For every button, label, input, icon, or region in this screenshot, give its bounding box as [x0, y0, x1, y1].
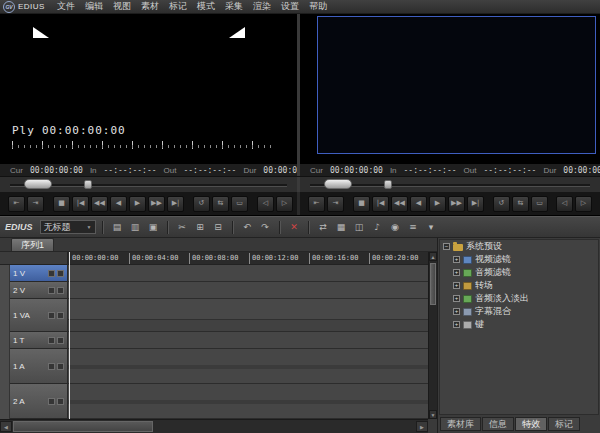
tab-marker[interactable]: 标记 [548, 417, 580, 431]
player-previous-edit-button[interactable]: |◀ [72, 196, 89, 212]
tab-effects[interactable]: 特效 [515, 417, 547, 431]
track-lock-button[interactable] [57, 312, 64, 319]
tab-sequence-1[interactable]: 序列1 [11, 238, 54, 251]
palette-item-audio-cross-fades[interactable]: + 音频淡入淡出 [440, 292, 598, 305]
scroll-right-icon[interactable]: ▶ [416, 421, 428, 432]
track-header-1v[interactable]: 1 V [10, 265, 68, 282]
new-sequence-button[interactable]: ▤ [110, 220, 125, 235]
player-shuttle-handle[interactable] [24, 179, 52, 189]
palette-item-system-presets[interactable]: − 系统预设 [440, 240, 598, 253]
expand-icon[interactable]: + [453, 295, 460, 302]
player-frame-back-button[interactable]: ◀ [110, 196, 127, 212]
palette-item-keyers[interactable]: + 键 [440, 318, 598, 331]
recorder-position-slider[interactable] [384, 180, 392, 189]
collapse-icon[interactable]: − [443, 243, 450, 250]
player-position-slider[interactable] [84, 180, 92, 189]
player-jog-forward-button[interactable]: ▷ [276, 196, 293, 212]
recorder-set-out-button[interactable]: ⇥ [327, 196, 344, 212]
redo-button[interactable]: ↷ [258, 220, 273, 235]
track-mute-button[interactable] [48, 398, 55, 405]
menu-item-file[interactable]: 文件 [52, 0, 80, 13]
tab-info[interactable]: 信息 [482, 417, 514, 431]
audio-monitor-button[interactable]: ♪ [370, 220, 385, 235]
grid-mode-button[interactable]: ▦ [334, 220, 349, 235]
track-lane-1v[interactable] [68, 265, 428, 282]
menu-item-capture[interactable]: 采集 [220, 0, 248, 13]
export-menu-button[interactable]: ▾ [424, 220, 439, 235]
undo-button[interactable]: ↶ [240, 220, 255, 235]
recorder-loop-button[interactable]: ↺ [493, 196, 510, 212]
player-export-button[interactable]: ▭ [231, 196, 248, 212]
playhead[interactable] [69, 252, 70, 419]
player-loop-button[interactable]: ↺ [193, 196, 210, 212]
track-mute-button[interactable] [48, 312, 55, 319]
timeline-vertical-scrollbar[interactable]: ▲ ▼ [428, 252, 437, 419]
delete-button[interactable]: ✕ [287, 220, 302, 235]
track-mute-button[interactable] [48, 363, 55, 370]
tab-bin[interactable]: 素材库 [440, 417, 481, 431]
track-header-2a[interactable]: 2 A [10, 384, 68, 419]
mixer-button[interactable]: ◫ [352, 220, 367, 235]
recorder-fast-forward-button[interactable]: ▶▶ [448, 196, 465, 212]
render-button[interactable]: ≡ [406, 220, 421, 235]
recorder-stop-button[interactable]: ■ [353, 196, 370, 212]
track-mute-button[interactable] [48, 270, 55, 277]
player-play-button[interactable]: ▶ [129, 196, 146, 212]
track-lock-button[interactable] [57, 270, 64, 277]
player-set-out-button[interactable]: ⇥ [27, 196, 44, 212]
palette-item-transitions[interactable]: + 转场 [440, 279, 598, 292]
timeline-horizontal-scrollbar[interactable]: ◀ ▶ [0, 419, 428, 433]
palette-item-title-mixers[interactable]: + 字幕混合 [440, 305, 598, 318]
recorder-frame-back-button[interactable]: ◀ [410, 196, 427, 212]
player-play-around-button[interactable]: ⇆ [212, 196, 229, 212]
recorder-jog-forward-button[interactable]: ▷ [575, 196, 592, 212]
expand-icon[interactable]: + [453, 269, 460, 276]
menu-item-render[interactable]: 渲染 [248, 0, 276, 13]
recorder-play-around-button[interactable]: ⇆ [512, 196, 529, 212]
palette-item-video-filters[interactable]: + 视频滤镜 [440, 253, 598, 266]
recorder-previous-edit-button[interactable]: |◀ [372, 196, 389, 212]
menu-item-help[interactable]: 帮助 [304, 0, 332, 13]
recorder-export-button[interactable]: ▭ [531, 196, 548, 212]
expand-icon[interactable]: + [453, 282, 460, 289]
player-set-in-button[interactable]: ⇤ [8, 196, 25, 212]
player-jog-back-button[interactable]: ◁ [257, 196, 274, 212]
ripple-mode-button[interactable]: ⇄ [316, 220, 331, 235]
player-rewind-button[interactable]: ◀◀ [91, 196, 108, 212]
horizontal-scroll-thumb[interactable] [13, 421, 153, 432]
recorder-rewind-button[interactable]: ◀◀ [391, 196, 408, 212]
track-header-1t[interactable]: 1 T [10, 332, 68, 349]
project-selector[interactable]: 无标题 ▼ [40, 220, 96, 234]
save-project-button[interactable]: ▣ [146, 220, 161, 235]
track-lane-2a[interactable] [68, 384, 428, 419]
scroll-down-icon[interactable]: ▼ [429, 410, 437, 419]
track-lock-button[interactable] [57, 337, 64, 344]
menu-item-settings[interactable]: 设置 [276, 0, 304, 13]
expand-icon[interactable]: + [453, 256, 460, 263]
track-lock-button[interactable] [57, 363, 64, 370]
track-header-2v[interactable]: 2 V [10, 282, 68, 299]
menu-item-edit[interactable]: 编辑 [80, 0, 108, 13]
expand-icon[interactable]: + [453, 321, 460, 328]
player-stop-button[interactable]: ■ [53, 196, 70, 212]
recorder-next-edit-button[interactable]: ▶| [467, 196, 484, 212]
recorder-jog-back-button[interactable]: ◁ [556, 196, 573, 212]
player-fast-forward-button[interactable]: ▶▶ [148, 196, 165, 212]
track-lock-button[interactable] [57, 287, 64, 294]
track-lane-2v[interactable] [68, 282, 428, 299]
track-mute-button[interactable] [48, 337, 55, 344]
player-monitor[interactable]: Ply 00:00:00:00 [0, 14, 300, 164]
track-lane-1va[interactable] [68, 299, 428, 332]
timeline-ruler[interactable]: 00:00:00:00 00:00:04:00 00:00:08:00 00:0… [68, 252, 428, 265]
scroll-left-icon[interactable]: ◀ [0, 421, 12, 432]
recorder-monitor[interactable] [300, 14, 600, 164]
scroll-up-icon[interactable]: ▲ [429, 252, 437, 261]
player-next-edit-button[interactable]: ▶| [167, 196, 184, 212]
recorder-shuttle-track[interactable] [310, 184, 590, 187]
paste-button[interactable]: ⊟ [211, 220, 226, 235]
track-header-1a[interactable]: 1 A [10, 349, 68, 384]
menu-item-marker[interactable]: 标记 [164, 0, 192, 13]
menu-item-clip[interactable]: 素材 [136, 0, 164, 13]
vertical-scroll-thumb[interactable] [430, 263, 436, 305]
track-lock-button[interactable] [57, 398, 64, 405]
